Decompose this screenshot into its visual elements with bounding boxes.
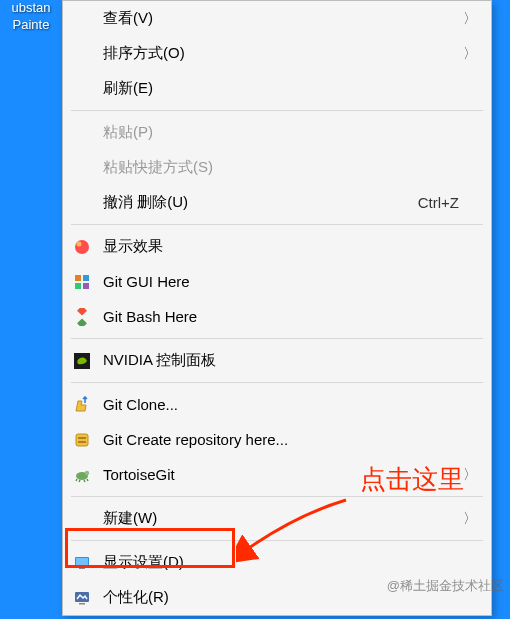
svg-rect-15 — [76, 558, 88, 565]
menu-view[interactable]: 查看(V) 〉 — [63, 1, 491, 36]
svg-rect-9 — [76, 434, 88, 446]
menu-label: NVIDIA 控制面板 — [103, 351, 477, 370]
menu-separator — [71, 338, 483, 339]
menu-git-bash[interactable]: Git Bash Here — [63, 299, 491, 334]
git-gui-icon — [71, 271, 93, 293]
menu-separator — [71, 496, 483, 497]
svg-rect-7 — [77, 318, 87, 326]
chevron-right-icon: 〉 — [463, 466, 477, 484]
svg-rect-10 — [78, 437, 86, 439]
tortoisegit-icon — [71, 464, 93, 486]
menu-sort[interactable]: 排序方式(O) 〉 — [63, 36, 491, 71]
menu-label: Git Create repository here... — [103, 431, 477, 448]
svg-rect-11 — [78, 441, 86, 443]
blank-icon — [71, 43, 93, 65]
nvidia-icon — [71, 350, 93, 372]
menu-label: 撤消 删除(U) — [103, 193, 418, 212]
menu-separator — [71, 540, 483, 541]
menu-undo-delete[interactable]: 撤消 删除(U) Ctrl+Z — [63, 185, 491, 220]
svg-rect-18 — [79, 603, 85, 605]
menu-label: Git Bash Here — [103, 308, 477, 325]
chevron-right-icon: 〉 — [463, 45, 477, 63]
git-create-icon — [71, 429, 93, 451]
menu-label: Git Clone... — [103, 396, 477, 413]
menu-label: 排序方式(O) — [103, 44, 477, 63]
menu-label: 显示效果 — [103, 237, 477, 256]
desktop-icon-substance[interactable]: ubstanPainte — [0, 0, 62, 34]
menu-label: 粘贴快捷方式(S) — [103, 158, 477, 177]
git-clone-icon — [71, 394, 93, 416]
blank-icon — [71, 8, 93, 30]
desktop-icon-label: ubstanPainte — [11, 0, 50, 32]
svg-rect-5 — [83, 283, 89, 289]
desktop-context-menu: 查看(V) 〉 排序方式(O) 〉 刷新(E) 粘贴(P) 粘贴快捷方式(S) … — [62, 0, 492, 616]
menu-separator — [71, 382, 483, 383]
menu-label: Git GUI Here — [103, 273, 477, 290]
menu-separator — [71, 224, 483, 225]
blank-icon — [71, 508, 93, 530]
display-effect-icon — [71, 236, 93, 258]
menu-git-create[interactable]: Git Create repository here... — [63, 422, 491, 457]
display-settings-icon — [71, 552, 93, 574]
menu-display-settings[interactable]: 显示设置(D) — [63, 545, 491, 580]
svg-point-0 — [75, 240, 89, 254]
menu-tortoisegit[interactable]: TortoiseGit 〉 — [63, 457, 491, 492]
menu-label: 新建(W) — [103, 509, 477, 528]
svg-point-13 — [85, 470, 89, 474]
blank-icon — [71, 78, 93, 100]
menu-display-effect[interactable]: 显示效果 — [63, 229, 491, 264]
chevron-right-icon: 〉 — [463, 510, 477, 528]
menu-nvidia[interactable]: NVIDIA 控制面板 — [63, 343, 491, 378]
menu-separator — [71, 110, 483, 111]
menu-new[interactable]: 新建(W) 〉 — [63, 501, 491, 536]
menu-label: TortoiseGit — [103, 466, 477, 483]
personalize-icon — [71, 587, 93, 609]
git-bash-icon — [71, 306, 93, 328]
svg-rect-3 — [83, 275, 89, 281]
menu-label: 显示设置(D) — [103, 553, 477, 572]
menu-paste-shortcut: 粘贴快捷方式(S) — [63, 150, 491, 185]
blank-icon — [71, 122, 93, 144]
blank-icon — [71, 157, 93, 179]
svg-rect-16 — [79, 567, 85, 569]
menu-label: 查看(V) — [103, 9, 477, 28]
blank-icon — [71, 192, 93, 214]
menu-paste: 粘贴(P) — [63, 115, 491, 150]
menu-shortcut: Ctrl+Z — [418, 194, 477, 211]
menu-git-clone[interactable]: Git Clone... — [63, 387, 491, 422]
svg-rect-2 — [75, 275, 81, 281]
svg-rect-4 — [75, 283, 81, 289]
menu-label: 刷新(E) — [103, 79, 477, 98]
menu-label: 个性化(R) — [103, 588, 477, 607]
chevron-right-icon: 〉 — [463, 10, 477, 28]
svg-point-1 — [77, 241, 82, 246]
menu-personalize[interactable]: 个性化(R) — [63, 580, 491, 615]
menu-label: 粘贴(P) — [103, 123, 477, 142]
menu-refresh[interactable]: 刷新(E) — [63, 71, 491, 106]
menu-git-gui[interactable]: Git GUI Here — [63, 264, 491, 299]
svg-rect-6 — [77, 308, 87, 316]
